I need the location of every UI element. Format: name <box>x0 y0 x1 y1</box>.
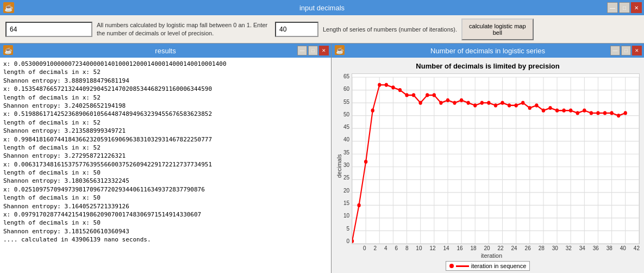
window-title: input decimals <box>299 4 345 12</box>
y-ticks: 65605550454035302520151050 <box>343 73 349 244</box>
window-controls: — □ ✕ <box>607 2 642 13</box>
results-maximize-button[interactable]: □ <box>308 46 318 55</box>
svg-point-53 <box>426 93 429 97</box>
svg-text:☕: ☕ <box>4 3 14 13</box>
calculate-button[interactable]: calculate logistic map bell <box>461 18 534 40</box>
x-tick: 38 <box>607 245 612 251</box>
svg-point-56 <box>446 98 449 102</box>
results-panel-icon: ☕ <box>3 45 13 57</box>
x-tick: 30 <box>552 245 558 251</box>
result-line: Shannon entropy: 3.272958721226321 <box>3 152 328 160</box>
y-tick: 35 <box>343 150 349 156</box>
result-line: length of decimals in x: 52 <box>3 94 328 102</box>
result-line: Shannon entropy: 3.240258652194198 <box>3 102 328 110</box>
chart-legend: iteration in sequence <box>336 261 640 271</box>
x-tick: 16 <box>457 245 462 251</box>
result-line: Shannon entropy: 3.213588999349721 <box>3 127 328 135</box>
results-panel-controls: — □ ✕ <box>297 46 329 55</box>
x-axis-ticks: 024681012141618202224262830323436384042 <box>343 245 640 251</box>
svg-point-42 <box>352 239 354 243</box>
svg-point-48 <box>391 85 395 89</box>
chart-title-text: Number of decimals in logistic series <box>430 47 545 55</box>
x-tick: 40 <box>620 245 626 251</box>
svg-point-55 <box>439 101 442 104</box>
chart-panel: ☕ Number of decimals in logistic series … <box>332 44 644 273</box>
x-tick: 36 <box>593 245 599 251</box>
svg-point-43 <box>358 203 361 207</box>
svg-point-82 <box>624 111 627 115</box>
x-tick: 18 <box>470 245 476 251</box>
decimals-input[interactable] <box>5 22 92 37</box>
svg-point-66 <box>515 103 518 107</box>
y-tick: 55 <box>343 99 349 105</box>
chart-maximize-button[interactable]: □ <box>621 46 631 55</box>
svg-point-76 <box>583 109 586 113</box>
results-minimize-button[interactable]: — <box>297 46 307 55</box>
result-line: Shannon entropy: 3.1815260610360943 <box>3 227 328 235</box>
legend-label: iteration in sequence <box>471 263 527 269</box>
svg-point-79 <box>603 111 607 115</box>
result-line: x: 0.02510975709497398170967720293440611… <box>3 185 328 194</box>
chart-inner: 65605550454035302520151050 0246810121416… <box>343 73 640 259</box>
svg-point-64 <box>501 101 504 104</box>
x-tick: 26 <box>525 245 531 251</box>
title-bar: ☕ input decimals — □ ✕ <box>0 0 644 15</box>
x-tick: 10 <box>416 245 422 251</box>
toolbar: All numbers calculated by logistic map f… <box>0 15 644 44</box>
result-line: .... calculated in 43906139 nano seconds… <box>3 235 328 244</box>
iterations-input[interactable] <box>275 22 318 37</box>
svg-point-78 <box>596 111 599 115</box>
y-tick: 30 <box>343 162 349 168</box>
svg-point-46 <box>378 83 381 87</box>
chart-graph-container: decimals 65605550454035302520151050 <box>336 73 640 259</box>
y-tick: 45 <box>343 124 349 130</box>
x-tick: 22 <box>498 245 504 251</box>
close-button[interactable]: ✕ <box>631 2 642 13</box>
y-tick: 25 <box>343 175 349 181</box>
main-area: ☕ results — □ ✕ x: 0.0530009100000072340… <box>0 44 644 273</box>
y-tick: 40 <box>343 136 349 142</box>
svg-point-68 <box>528 106 532 110</box>
chart-panel-controls: — □ ✕ <box>610 46 642 55</box>
results-title: results <box>155 47 176 55</box>
chart-minimize-button[interactable]: — <box>610 46 620 55</box>
svg-point-61 <box>480 101 484 104</box>
svg-point-54 <box>433 93 436 97</box>
maximize-button[interactable]: □ <box>619 2 630 13</box>
chart-title-bar: ☕ Number of decimals in logistic series … <box>332 44 644 58</box>
results-close-button[interactable]: ✕ <box>319 46 329 55</box>
x-tick: 24 <box>511 245 517 251</box>
result-line: x: 0.15354876657213244092904521470208534… <box>3 85 328 93</box>
minimize-button[interactable]: — <box>607 2 618 13</box>
decimals-label: All numbers calculated by logistic map f… <box>97 21 271 37</box>
x-tick: 28 <box>539 245 545 251</box>
y-axis-label: decimals <box>336 73 342 259</box>
svg-point-49 <box>398 88 402 92</box>
svg-point-65 <box>508 103 511 107</box>
svg-point-73 <box>562 109 566 113</box>
svg-point-77 <box>590 111 593 115</box>
result-line: length of decimals in x: 52 <box>3 68 328 76</box>
x-tick: 34 <box>579 245 585 251</box>
result-line: x: 0.05300091000000723400000140100012000… <box>3 60 328 68</box>
y-tick: 50 <box>343 111 349 117</box>
y-tick: 5 <box>343 226 349 232</box>
result-line: Shannon entropy: 3.1640525721339126 <box>3 202 328 210</box>
app-icon: ☕ <box>3 2 14 13</box>
results-content[interactable]: x: 0.05300091000000723400000140100012000… <box>0 58 331 273</box>
svg-point-58 <box>460 98 463 102</box>
svg-text:☕: ☕ <box>4 46 12 54</box>
svg-point-52 <box>419 101 422 104</box>
svg-point-74 <box>569 109 572 113</box>
results-title-bar: ☕ results — □ ✕ <box>0 44 331 58</box>
chart-close-button[interactable]: ✕ <box>632 46 642 55</box>
result-line: Shannon entropy: 3.8889188479681194 <box>3 77 328 85</box>
result-line: x: 0.09791702877442154198620907001748306… <box>3 210 328 219</box>
svg-point-80 <box>610 111 614 115</box>
svg-point-75 <box>576 111 579 115</box>
y-tick: 10 <box>343 213 349 219</box>
svg-point-59 <box>467 101 470 104</box>
y-tick: 20 <box>343 188 349 194</box>
graph-with-y: 65605550454035302520151050 <box>343 73 640 244</box>
result-line: length of decimals in x: 50 <box>3 169 328 177</box>
